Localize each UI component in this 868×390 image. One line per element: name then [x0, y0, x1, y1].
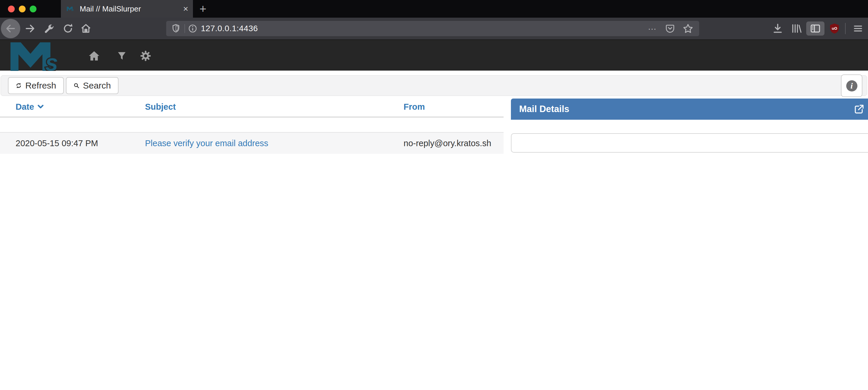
hamburger-menu-icon	[853, 23, 863, 34]
search-icon	[73, 82, 80, 90]
info-sign-icon: i	[846, 80, 858, 91]
new-tab-button[interactable]: +	[196, 0, 210, 18]
nav-home-button[interactable]	[88, 50, 100, 62]
mail-details-title: Mail Details	[511, 104, 569, 114]
refresh-icon	[16, 82, 22, 90]
ublock-badge-text: uO	[832, 26, 837, 31]
mailslurper-logo[interactable]: s	[7, 42, 73, 71]
column-header-subject[interactable]: Subject	[145, 102, 404, 112]
window-minimize-button[interactable]	[19, 6, 26, 12]
nav-filter-button[interactable]	[116, 50, 128, 62]
back-arrow-icon	[5, 23, 16, 34]
pocket-icon[interactable]	[665, 24, 675, 33]
gear-icon	[140, 50, 151, 61]
library-icon	[791, 23, 802, 34]
mail-details-panel: Mail Details	[511, 98, 868, 120]
mail-from-cell: no-reply@ory.kratos.sh	[404, 139, 503, 148]
mail-row[interactable]: 2020-05-15 09:47 PM Please verify your e…	[0, 132, 503, 154]
browser-tab-bar: s Mail // MailSlurper × +	[0, 0, 868, 18]
action-toolbar: Refresh Search i	[1, 75, 867, 96]
filter-funnel-icon	[117, 51, 127, 61]
nav-settings-button[interactable]	[140, 50, 152, 62]
mail-date-cell: 2020-05-15 09:47 PM	[0, 139, 145, 148]
browser-toolbar: 127.0.0.1:4436 … uO	[0, 18, 868, 39]
browser-tab[interactable]: s Mail // MailSlurper ×	[61, 0, 193, 18]
search-button[interactable]: Search	[66, 77, 119, 94]
mail-list-header: Date Subject From	[0, 97, 503, 118]
refresh-button[interactable]: Refresh	[8, 77, 64, 94]
from-header-label: From	[404, 102, 425, 112]
mail-details-body	[511, 133, 868, 153]
logo-s-glyph: s	[72, 8, 73, 11]
reload-icon	[62, 23, 73, 34]
bookmark-star-icon[interactable]	[683, 23, 693, 34]
column-header-date[interactable]: Date	[0, 102, 145, 112]
home-icon	[80, 23, 92, 34]
info-button[interactable]: i	[841, 74, 862, 97]
search-label: Search	[83, 81, 111, 91]
sidebar-toggle-button[interactable]	[806, 22, 825, 36]
tracking-protection-shield-icon[interactable]	[171, 24, 181, 33]
open-in-new-window-button[interactable]	[854, 103, 865, 115]
home-filled-icon	[88, 50, 100, 62]
ublock-shield-icon: uO	[829, 23, 840, 34]
sort-descending-chevron-icon	[38, 105, 43, 109]
mail-subject-link[interactable]: Please verify your email address	[145, 139, 268, 148]
wrench-icon	[43, 23, 54, 34]
menu-button[interactable]	[852, 23, 864, 34]
url-text[interactable]: 127.0.0.1:4436	[201, 24, 258, 33]
page-tools-button[interactable]	[43, 23, 55, 34]
back-button[interactable]	[1, 19, 20, 38]
site-info-icon[interactable]	[188, 24, 197, 33]
mail-list: Date Subject From 2020-05-15 09:47 PM Pl…	[0, 97, 503, 154]
downloads-button[interactable]	[772, 23, 783, 34]
mail-from: no-reply@ory.kratos.sh	[404, 139, 491, 148]
reload-button[interactable]	[62, 23, 74, 34]
empty-row	[0, 118, 503, 132]
external-link-icon	[854, 103, 865, 115]
mailslurper-favicon-icon: s	[67, 5, 75, 12]
tab-title: Mail // MailSlurper	[80, 4, 141, 13]
tab-close-icon[interactable]: ×	[183, 4, 188, 13]
subject-header-label: Subject	[145, 102, 176, 112]
forward-button[interactable]	[24, 23, 36, 34]
mail-details-header: Mail Details	[511, 98, 868, 120]
mail-subject-cell: Please verify your email address	[145, 139, 404, 148]
window-close-button[interactable]	[8, 6, 15, 12]
forward-arrow-icon	[24, 23, 36, 34]
library-button[interactable]	[790, 23, 802, 34]
url-bar[interactable]: 127.0.0.1:4436 …	[166, 21, 699, 36]
sidebar-icon	[810, 23, 821, 34]
home-button[interactable]	[80, 23, 92, 34]
logo-s-glyph: s	[45, 50, 58, 71]
mailslurper-navbar: s	[0, 39, 868, 70]
download-icon	[772, 23, 783, 34]
column-header-from[interactable]: From	[404, 102, 503, 112]
date-header-label: Date	[16, 102, 34, 112]
urlbar-separator	[184, 24, 185, 33]
page-actions-icon[interactable]: …	[648, 27, 657, 30]
toolbar-separator	[845, 23, 846, 34]
window-zoom-button[interactable]	[30, 6, 36, 12]
refresh-label: Refresh	[25, 81, 56, 91]
ublock-extension-button[interactable]: uO	[829, 23, 840, 34]
mail-date: 2020-05-15 09:47 PM	[16, 139, 98, 148]
